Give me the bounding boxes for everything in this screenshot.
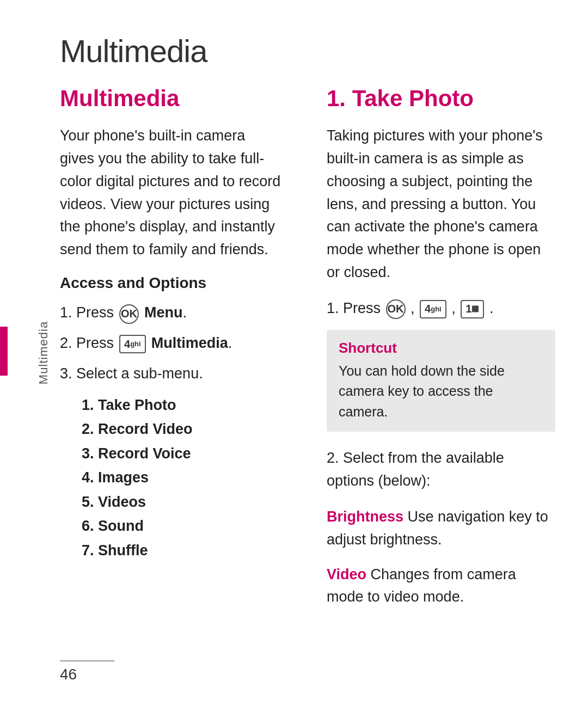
key-4ghi: 4ghi [119,335,146,353]
ok-key-1: OK [119,304,139,324]
sub-item-7: 7. Shuffle [82,538,283,563]
option-brightness: Brightness Use navigation key to adjust … [327,506,555,551]
shortcut-text: You can hold down the side camera key to… [339,361,543,422]
step-2-suffix: Multimedia. [151,332,232,355]
sub-menu-list: 1. Take Photo 2. Record Video 3. Record … [82,393,283,563]
shortcut-box: Shortcut You can hold down the side came… [327,330,555,432]
step-2-num: 2. Press [60,332,114,355]
page-number: 46 [60,666,77,683]
content-area: Multimedia Your phone's built-in camera … [0,85,588,621]
access-options-title: Access and Options [60,274,283,292]
option-video: Video Changes from camera mode to video … [327,563,555,609]
right-column: 1. Take Photo Taking pictures with your … [327,85,588,621]
right-section-title: 1. Take Photo [327,85,555,112]
step-1: 1. Press OK Menu. [60,302,283,324]
option-brightness-text: Brightness Use navigation key to adjust … [327,506,555,551]
sub-item-2: 2. Record Video [82,417,283,442]
ok-key-right: OK [386,299,406,319]
right-step-1-comma2: , [451,300,460,316]
video-label: Video [327,566,366,583]
left-column: Multimedia Your phone's built-in camera … [60,85,294,621]
sub-item-3: 3. Record Voice [82,442,283,466]
sub-item-5: 5. Videos [82,490,283,514]
step-1-suffix: Menu. [144,302,187,324]
sidebar-label: Multimedia [36,321,51,384]
sub-item-1: 1. Take Photo [82,393,283,418]
right-step-1-period: . [489,300,494,316]
right-step-1-comma1: , [411,300,419,316]
step-1-num: 1. Press [60,302,114,324]
step-3: 3. Select a sub-menu. [60,363,283,385]
key-1: 1⬛ [461,300,484,318]
sidebar-accent-bar [0,327,8,376]
brightness-label: Brightness [327,508,403,525]
page-header: Multimedia [0,0,588,85]
right-step-2: 2. Select from the available options (be… [327,447,555,493]
step-3-text: 3. Select a sub-menu. [60,363,203,385]
right-step-1-prefix: 1. Press [327,300,385,316]
right-step-1: 1. Press OK , 4ghi , 1⬛ . [327,297,555,320]
divider-bottom [60,660,114,661]
left-section-title: Multimedia [60,85,283,112]
sub-item-4: 4. Images [82,465,283,490]
right-section-intro: Taking pictures with your phone's built-… [327,125,555,284]
left-section-body: Your phone's built-in camera gives you t… [60,125,283,261]
option-video-text: Video Changes from camera mode to video … [327,563,555,609]
sub-item-6: 6. Sound [82,514,283,538]
key-4ghi-right: 4ghi [420,300,446,318]
step-2: 2. Press 4ghi Multimedia. [60,332,283,355]
shortcut-title: Shortcut [339,340,543,357]
